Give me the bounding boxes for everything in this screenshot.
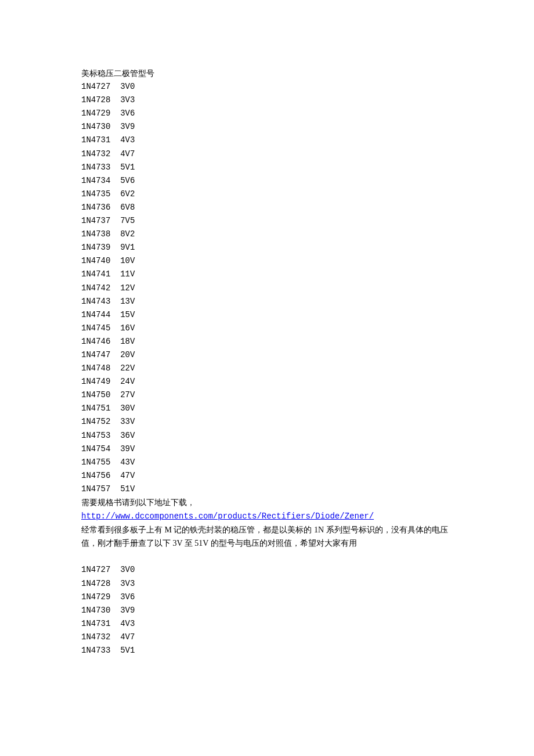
diode-row: 1N4731 4V3 [81, 134, 453, 147]
diode-row: 1N4728 3V3 [81, 93, 453, 107]
diode-row: 1N4740 10V [81, 254, 453, 268]
diode-row: 1N4729 3V6 [81, 591, 453, 604]
diode-row: 1N4749 24V [81, 375, 453, 388]
diode-row: 1N4727 3V0 [81, 563, 453, 577]
diode-row: 1N4755 43V [81, 456, 453, 469]
diode-row: 1N4732 4V7 [81, 631, 453, 644]
diode-row: 1N4754 39V [81, 442, 453, 456]
diode-row: 1N4757 51V [81, 483, 453, 496]
diode-row: 1N4732 4V7 [81, 147, 453, 161]
diode-row: 1N4737 7V5 [81, 214, 453, 228]
diode-row: 1N4736 6V8 [81, 201, 453, 214]
diode-list-2: 1N4727 3V01N4728 3V31N4729 3V61N4730 3V9… [81, 563, 453, 657]
document-title: 美标稳压二极管型号 [81, 67, 453, 80]
diode-row: 1N4731 4V3 [81, 617, 453, 631]
diode-row: 1N4743 13V [81, 295, 453, 308]
diode-row: 1N4750 27V [81, 388, 453, 402]
diode-row: 1N4733 5V1 [81, 161, 453, 174]
diode-row: 1N4748 22V [81, 362, 453, 375]
diode-row: 1N4747 20V [81, 348, 453, 362]
diode-row: 1N4741 11V [81, 268, 453, 281]
diode-row: 1N4728 3V3 [81, 577, 453, 591]
diode-list-1: 1N4727 3V01N4728 3V31N4729 3V61N4730 3V9… [81, 80, 453, 496]
diode-row: 1N4753 36V [81, 429, 453, 442]
diode-row: 1N4746 18V [81, 335, 453, 348]
description-text: 经常看到很多板子上有 M 记的铁壳封装的稳压管，都是以美标的 1N 系列型号标识… [81, 523, 453, 550]
diode-row: 1N4739 9V1 [81, 241, 453, 254]
diode-row: 1N4752 33V [81, 415, 453, 429]
diode-row: 1N4751 30V [81, 402, 453, 415]
diode-row: 1N4744 15V [81, 308, 453, 322]
datasheet-link[interactable]: http://www.dccomponents.com/products/Rec… [81, 512, 374, 521]
diode-row: 1N4735 6V2 [81, 188, 453, 201]
diode-row: 1N4729 3V6 [81, 107, 453, 120]
diode-row: 1N4727 3V0 [81, 80, 453, 93]
diode-row: 1N4734 5V6 [81, 174, 453, 188]
download-text: 需要规格书请到以下地址下载， [81, 496, 453, 509]
diode-row: 1N4733 5V1 [81, 644, 453, 657]
diode-row: 1N4742 12V [81, 282, 453, 295]
diode-row: 1N4730 3V9 [81, 120, 453, 134]
diode-row: 1N4730 3V9 [81, 604, 453, 617]
diode-row: 1N4745 16V [81, 322, 453, 335]
diode-row: 1N4738 8V2 [81, 228, 453, 241]
diode-row: 1N4756 47V [81, 469, 453, 483]
